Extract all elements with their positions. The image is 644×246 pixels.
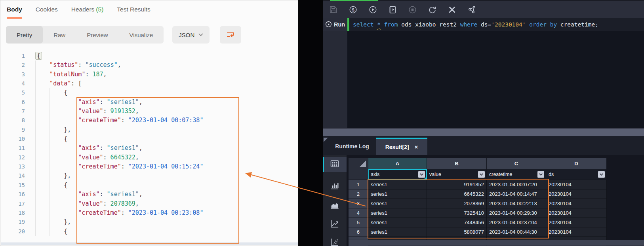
column-header-d[interactable]: D <box>546 158 607 169</box>
scatter-chart-view-button[interactable] <box>323 235 347 246</box>
filter-cell-axis[interactable]: axis <box>368 169 427 180</box>
filter-cell-createtime[interactable]: createtime <box>487 169 546 180</box>
json-token <box>35 181 50 190</box>
sql-editor-gutter <box>323 31 347 128</box>
code-line-content: { <box>25 88 67 97</box>
editor-horizontal-scrollbar[interactable] <box>323 128 644 136</box>
view-preview-label: Preview <box>87 32 108 38</box>
format-icon[interactable] <box>447 5 457 14</box>
filter-cell-value[interactable]: value <box>427 169 487 180</box>
filter-axis-label: axis <box>371 172 379 177</box>
chevron-down-icon <box>198 33 203 36</box>
table-grid-view-button[interactable] <box>323 157 347 172</box>
view-raw-button[interactable]: Raw <box>43 26 76 44</box>
sql-token: ods_xiaobo_rest2 <box>398 21 460 28</box>
row-number-cell[interactable]: 5 <box>349 218 368 227</box>
tab-cookies[interactable]: Cookies <box>36 6 58 19</box>
column-header-b-label: B <box>455 161 458 167</box>
filter-dropdown-button[interactable] <box>598 171 605 178</box>
line-number: 16 <box>0 190 25 199</box>
json-token <box>35 162 50 171</box>
line-number: 4 <box>0 79 25 88</box>
cell-ds[interactable]: 20230104 <box>546 189 607 199</box>
run-circle-icon[interactable] <box>368 5 377 14</box>
filter-dropdown-button[interactable] <box>478 171 485 178</box>
close-icon[interactable]: × <box>415 144 418 150</box>
json-token <box>50 125 64 134</box>
json-token <box>64 144 78 153</box>
format-select-dropdown[interactable]: JSON <box>172 26 210 44</box>
sql-token: from <box>384 21 398 28</box>
result-view-rail <box>323 155 347 246</box>
line-number: 9 <box>0 125 25 134</box>
column-header-a[interactable]: A <box>368 158 427 169</box>
tab-headers[interactable]: Headers(5) <box>71 6 104 19</box>
tab-runtime-log[interactable]: Runtime Log <box>328 138 376 155</box>
code-line: 1{ <box>0 51 295 61</box>
json-token: "totalNum" <box>50 71 85 78</box>
tab-body[interactable]: Body <box>7 6 22 19</box>
ide-toolbar: $ <box>323 1 644 18</box>
filter-dropdown-button[interactable] <box>537 171 544 178</box>
tab-cookies-label: Cookies <box>36 6 58 13</box>
row-number-cell[interactable]: 1 <box>349 180 368 189</box>
cell-ds[interactable]: 20230104 <box>546 199 607 208</box>
filter-cell-ds[interactable]: ds <box>546 169 607 180</box>
view-visualize-label: Visualize <box>130 32 153 38</box>
cell-ds[interactable]: 20230104 <box>546 218 607 227</box>
chevron-down-icon <box>479 173 484 176</box>
column-header-c[interactable]: C <box>487 158 546 169</box>
cost-icon[interactable]: $ <box>348 5 358 14</box>
stop-icon[interactable] <box>408 5 417 14</box>
line-chart-view-button[interactable] <box>323 217 347 232</box>
sql-query-text[interactable]: select * from ods_xiaobo_rest2 where ds=… <box>349 18 644 31</box>
row-number-cell[interactable]: 2 <box>349 189 368 199</box>
wrap-text-button[interactable] <box>220 26 241 44</box>
json-token: 187 <box>92 71 103 78</box>
view-visualize-button[interactable]: Visualize <box>119 26 164 44</box>
json-token <box>35 70 50 79</box>
sql-editor-body[interactable] <box>323 31 644 128</box>
code-line-content: }, <box>25 218 71 227</box>
sql-token: createtime; <box>557 21 598 28</box>
code-line-content: "data": [ <box>25 79 82 88</box>
row-number-cell[interactable]: 3 <box>349 199 368 208</box>
filter-dropdown-button[interactable] <box>418 171 425 178</box>
row-number-cell[interactable]: 6 <box>349 227 368 237</box>
tab-result[interactable]: Result[2] × <box>376 138 427 155</box>
column-header-b[interactable]: B <box>427 158 487 169</box>
line-number: 15 <box>0 181 25 190</box>
json-token <box>64 199 78 208</box>
dag-icon[interactable] <box>467 5 476 14</box>
code-line-content: "totalNum": 187, <box>25 70 107 79</box>
tab-test-results[interactable]: Test Results <box>117 6 150 19</box>
json-token <box>50 162 64 171</box>
code-line: 4"data": [ <box>0 79 295 88</box>
run-button[interactable]: Run <box>323 18 347 31</box>
save-icon[interactable] <box>328 5 338 14</box>
json-token <box>35 190 50 199</box>
bar-chart-view-button[interactable] <box>323 179 347 194</box>
json-token <box>35 116 50 125</box>
view-preview-button[interactable]: Preview <box>76 26 118 44</box>
line-number: 14 <box>0 171 25 180</box>
cell-ds[interactable]: 20230104 <box>546 180 607 189</box>
json-token: "data" <box>50 80 71 87</box>
view-pretty-button[interactable]: Pretty <box>6 26 43 44</box>
sql-token: where <box>460 21 478 28</box>
cell-ds[interactable]: 20230104 <box>546 227 607 237</box>
grid-horizontal-scrollbar[interactable] <box>349 240 644 246</box>
panel-fold-handle-icon[interactable] <box>324 138 328 142</box>
json-token <box>64 98 78 107</box>
cell-ds[interactable]: 20230104 <box>546 208 607 218</box>
run-book-icon[interactable] <box>388 5 397 14</box>
line-number: 12 <box>0 153 25 162</box>
refresh-icon[interactable] <box>427 5 437 14</box>
row-number-cell[interactable]: 4 <box>349 208 368 218</box>
line-number: 13 <box>0 162 25 171</box>
code-line-content: }, <box>25 171 71 180</box>
corner-triangle-icon <box>359 161 366 167</box>
grid-select-all-corner[interactable] <box>349 158 368 169</box>
json-token <box>64 107 78 116</box>
area-chart-view-button[interactable] <box>323 199 347 214</box>
